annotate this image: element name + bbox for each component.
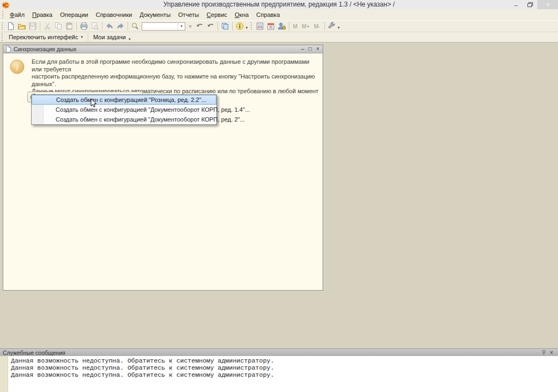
close-panel-icon[interactable]: × [548,349,555,356]
toolbar-separator [40,22,40,31]
save-button[interactable] [27,21,38,32]
svg-text:i: i [16,62,19,73]
search-input[interactable] [142,23,178,30]
toolbar-separator [102,22,102,31]
find-button[interactable] [130,21,141,32]
memory-subtract-button[interactable]: M- [312,23,323,29]
menu-help[interactable]: Справка [252,10,283,20]
menu-edit[interactable]: Правка [28,10,56,20]
chevron-down-icon: ▾ [129,37,131,41]
undo-icon [105,22,114,31]
paste-button[interactable] [64,21,75,32]
find-previous-button[interactable] [205,21,216,32]
svg-text:31: 31 [269,25,273,29]
menu-bar: Файл Правка Операции Справочники Докумен… [0,9,558,20]
new-document-icon [7,22,15,31]
windows-icon [221,22,229,31]
window-minimize-button[interactable]: – [301,46,305,52]
open-folder-icon [17,22,26,31]
menu-file[interactable]: Файл [6,10,28,20]
window-close-button[interactable]: × [316,46,319,52]
redo-button[interactable] [115,21,126,32]
toolbar-grip[interactable] [2,33,4,41]
find-previous-icon [206,22,215,31]
print-icon [80,22,88,31]
user-permissions-button[interactable] [276,21,287,32]
switch-interface-button[interactable]: Переключить интерфейс ▾ [5,33,86,41]
restore-icon [527,2,533,7]
print-preview-button[interactable] [89,21,100,32]
info-icon [235,22,244,31]
close-button[interactable]: × [537,0,558,9]
sync-window-content: i Если для работы в этой программе необх… [3,53,323,290]
mdi-workspace: Синхронизация данных – □ × i Если для ра… [0,43,558,348]
minimize-button[interactable]: – [509,0,523,9]
paste-icon [65,22,74,31]
tools-button[interactable] [326,21,337,32]
calculator-button[interactable] [254,21,265,32]
toolbar-grip[interactable] [2,22,4,30]
wrench-icon [327,22,336,31]
menu-catalogs[interactable]: Справочники [92,10,136,20]
menu-item-create-exchange-roznitsa[interactable]: Создать обмен с конфигурацией "Розница, … [32,95,216,105]
save-icon [28,22,37,31]
info-text-line: настроить распределенную информационную … [32,73,319,88]
service-messages-header[interactable]: Служебные сообщения × [0,348,558,356]
calendar-icon: 31 [266,22,275,31]
sync-window-titlebar[interactable]: Синхронизация данных – □ × [3,45,323,53]
toolbar-separator [217,22,218,31]
undo-button[interactable] [104,21,115,32]
service-message: Данная возможность недоступна. Обратитес… [11,357,557,364]
my-tasks-button[interactable]: Мои задачи ▾ [90,32,134,43]
menu-documents[interactable]: Документы [136,10,174,20]
chevron-down-icon[interactable]: ▾ [246,26,248,30]
sync-data-window: Синхронизация данных – □ × i Если для ра… [3,45,323,291]
restore-button[interactable] [523,0,537,9]
menu-reports[interactable]: Отчеты [174,10,203,20]
info-button[interactable] [234,21,245,32]
toolbar-grip[interactable] [2,11,4,19]
messages-gutter [0,356,8,392]
mouse-cursor [90,98,98,111]
document-icon [5,46,11,52]
find-next-button[interactable] [194,21,205,32]
user-lock-icon [277,22,286,31]
window-maximize-button[interactable]: □ [308,46,312,52]
main-titlebar[interactable]: Управление производственным предприятием… [0,0,558,9]
service-messages-title: Служебные сообщения [3,349,540,356]
information-icon: i [10,59,25,76]
windows-button[interactable] [220,21,231,32]
menu-windows[interactable]: Окна [231,10,253,20]
memory-add-button[interactable]: M+ [300,23,312,29]
clear-search-button[interactable]: × [186,21,194,32]
window-title: Управление производственным предприятием… [0,0,558,9]
find-next-icon [195,22,204,31]
pin-icon[interactable] [540,349,548,356]
calendar-button[interactable]: 31 [265,21,276,32]
menu-item-create-exchange-docflow-14[interactable]: Создать обмен с конфигурацией "Документо… [32,105,216,114]
menu-item-create-exchange-docflow-2[interactable]: Создать обмен с конфигурацией "Документо… [32,114,216,124]
print-preview-icon [90,22,99,31]
copy-button[interactable] [53,21,64,32]
search-icon [131,22,140,31]
my-tasks-label: Мои задачи [93,34,126,40]
menu-operations[interactable]: Операции [56,10,92,20]
application-window: Управление производственным предприятием… [0,0,558,392]
print-button[interactable] [78,21,89,32]
new-document-button[interactable] [5,21,16,32]
memory-recall-button[interactable]: M [291,23,300,29]
chevron-down-icon[interactable]: ▾ [178,23,185,30]
open-button[interactable] [16,21,27,32]
toolbar-separator [324,22,325,31]
cut-button[interactable] [42,21,53,32]
interface-toolbar: Переключить интерфейс ▾ Мои задачи ▾ [0,32,558,43]
chevron-down-icon[interactable]: ▾ [338,26,340,30]
info-text-line: Если для работы в этой программе необход… [32,58,319,73]
toolbar-separator [128,22,128,31]
search-combobox: ▾ [142,22,185,31]
toolbar-grip[interactable] [251,22,253,30]
service-messages-body: Данная возможность недоступна. Обратитес… [0,356,558,392]
menu-service[interactable]: Сервис [203,10,231,20]
sync-window-title: Синхронизация данных [14,46,301,52]
toolbar-separator [88,33,88,41]
